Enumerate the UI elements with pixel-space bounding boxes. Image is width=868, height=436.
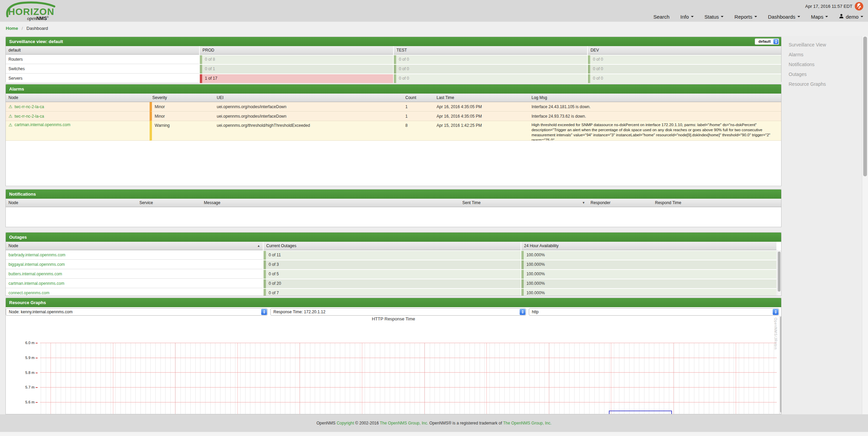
footer-group-link[interactable]: The OpenNMS Group, Inc. [503, 421, 552, 425]
menu-user[interactable]: demo [839, 14, 863, 20]
alarm-logmsg-cell: Interface 24.93.73.62 is down. [529, 112, 781, 121]
notifications-col-respondtime: Respond Time [652, 199, 781, 207]
outages-col-current: Current Outages [264, 242, 521, 250]
alarm-logmsg-cell: High threshold exceeded for SNMP datasou… [529, 121, 781, 141]
surveillance-row-label: Routers [6, 55, 199, 64]
footer-copyright-link[interactable]: Copyright [336, 421, 354, 425]
menu-info[interactable]: Info [680, 14, 694, 20]
caret-down-icon [825, 16, 828, 17]
outages-scrollbar[interactable] [777, 250, 782, 296]
surveillance-status-cell[interactable]: 0 of 0 [588, 65, 781, 74]
menu-search[interactable]: Search [653, 14, 670, 20]
surveillance-status-cell[interactable]: 0 of 0 [588, 74, 781, 83]
outage-node-link[interactable]: cartman.internal.opennms.com [8, 281, 64, 286]
alarms-col-node: Node [6, 94, 150, 102]
notifications-panel: Notifications Node Service Message Sent … [5, 189, 782, 227]
surveillance-row-label: Servers [6, 74, 199, 83]
outages-col-node[interactable]: Node▲ [6, 242, 263, 250]
alarms-panel: Alarms Node Severity UEI Count Last Time… [5, 84, 782, 186]
sort-asc-icon: ▲ [257, 242, 260, 250]
footer-text: OpenNMS [316, 421, 335, 425]
select-spinner-icon [773, 309, 778, 315]
outage-availability-cell: 100.000% [521, 270, 776, 279]
notifications-col-message: Message [201, 199, 460, 207]
surveillance-status-cell[interactable]: 0 of 0 [394, 74, 587, 83]
resource-graphs-scrollbar[interactable] [779, 316, 781, 414]
surveillance-col-dev: DEV [588, 46, 781, 55]
outage-current-cell: 0 of 11 [264, 251, 521, 260]
outage-node-link[interactable]: butters.internal.opennms.com [8, 272, 62, 276]
outage-current-cell: 0 of 20 [264, 279, 521, 288]
alarms-col-lasttime: Last Time [434, 94, 529, 102]
chart-line-step-2 [609, 411, 672, 414]
warning-triangle-icon: ⚠ [8, 114, 13, 119]
notices-off-bell-icon[interactable] [855, 2, 863, 11]
resource-graph-select[interactable]: http [529, 308, 779, 316]
surveillance-status-cell[interactable]: 0 of 0 [588, 55, 781, 64]
footer-group-link[interactable]: The OpenNMS Group, Inc. [380, 421, 428, 425]
breadcrumb-home-link[interactable]: Home [6, 26, 18, 31]
notifications-panel-title: Notifications [6, 190, 781, 199]
sidebar-item-surveillance-view[interactable]: Surveillance View [789, 42, 856, 47]
alarm-node-link[interactable]: twc-rr-nc-2-la-ca [15, 114, 44, 119]
outage-node-link[interactable]: barbrady.internal.opennms.com [8, 253, 65, 257]
chart-watermark: OpenNMS/JRobin [774, 318, 777, 385]
notifications-col-senttime[interactable]: Sent Time▼ [460, 199, 588, 207]
alarm-uei-cell: uei.opennms.org/nodes/interfaceDown [214, 112, 403, 121]
warning-triangle-icon: ⚠ [8, 104, 13, 109]
outage-availability-cell: 100.000% [521, 251, 776, 260]
outage-current-cell: 0 of 3 [264, 260, 521, 269]
surveillance-status-cell[interactable]: 0 of 8 [200, 55, 393, 64]
alarms-col-count: Count [403, 94, 434, 102]
surveillance-status-cell-critical[interactable]: 1 of 17 [200, 74, 393, 83]
outage-availability-cell: 100.000% [521, 260, 776, 269]
current-datetime: Apr 17, 2016 11:57 EDT [805, 4, 852, 9]
y-axis-tick: 5.7 m [18, 385, 38, 390]
chart-plot-area [40, 343, 777, 414]
menu-status[interactable]: Status [705, 14, 724, 20]
y-axis-tick: 5.8 m [18, 370, 38, 375]
y-axis-tick: 6.0 m [18, 340, 38, 345]
notifications-col-node: Node [6, 199, 137, 207]
alarm-lasttime-cell: Apr 16, 2016 4:35:05 PM [434, 112, 529, 121]
outage-node-link[interactable]: biggayal.internal.opennms.com [8, 262, 65, 267]
surveillance-status-cell[interactable]: 0 of 0 [394, 65, 587, 74]
resource-resource-select[interactable]: Response Time: 172.20.1.12 [270, 308, 526, 316]
surveillance-col-test: TEST [394, 46, 587, 55]
outages-panel-title: Outages [6, 233, 781, 242]
footer-years: © 2002-2016 [355, 421, 379, 425]
notifications-empty-area [6, 207, 781, 226]
surveillance-row-label: Switches [6, 65, 199, 74]
notifications-col-service: Service [137, 199, 201, 207]
surveillance-status-cell[interactable]: 0 of 0 [394, 55, 587, 64]
alarm-node-link[interactable]: twc-rr-nc-2-la-ca [15, 104, 44, 109]
sidebar-item-outages[interactable]: Outages [789, 72, 856, 77]
outage-node-link[interactable]: connect.opennms.com [8, 291, 50, 295]
alarm-severity-cell: Warning [150, 121, 214, 141]
outage-node-cell: barbrady.internal.opennms.com [6, 251, 263, 260]
select-spinner-icon [520, 309, 525, 315]
y-axis-label: Seconds [8, 382, 12, 414]
caret-down-icon [691, 16, 694, 17]
alarm-node-link[interactable]: cartman.internal.opennms.com [15, 122, 71, 127]
alarm-uei-cell: uei.opennms.org/threshold/highThresholdE… [214, 121, 403, 141]
menu-maps[interactable]: Maps [811, 14, 828, 20]
menu-reports[interactable]: Reports [734, 14, 757, 20]
menu-dashboards[interactable]: Dashboards [768, 14, 800, 20]
alarm-count-cell: 1 [403, 112, 434, 121]
surveillance-col-prod: PROD [200, 46, 393, 55]
page-scrollbar[interactable] [862, 36, 868, 414]
alarm-lasttime-cell: Apr 15, 2016 1:42:25 PM [434, 121, 529, 141]
surveillance-status-cell[interactable]: 0 of 1 [200, 65, 393, 74]
surveillance-view-select[interactable]: default [755, 38, 779, 45]
alarm-severity-cell: Minor [150, 102, 214, 112]
sidebar-item-resource-graphs[interactable]: Resource Graphs [789, 81, 856, 87]
footer-trademark-text: OpenNMS® is a registered trademark of [429, 421, 502, 425]
sidebar-item-alarms[interactable]: Alarms [789, 52, 856, 57]
surveillance-view-panel: Surveillance view: default default defau… [5, 37, 782, 82]
resource-node-select[interactable]: Node: kenny.internal.opennms.com [6, 308, 268, 316]
opennms-horizon-logo[interactable]: HORIZON openNMS® [3, 1, 63, 21]
resource-graphs-panel-title: Resource Graphs [6, 298, 781, 307]
y-axis-tick: 5.6 m [18, 400, 38, 404]
sidebar-item-notifications[interactable]: Notifications [789, 62, 856, 67]
